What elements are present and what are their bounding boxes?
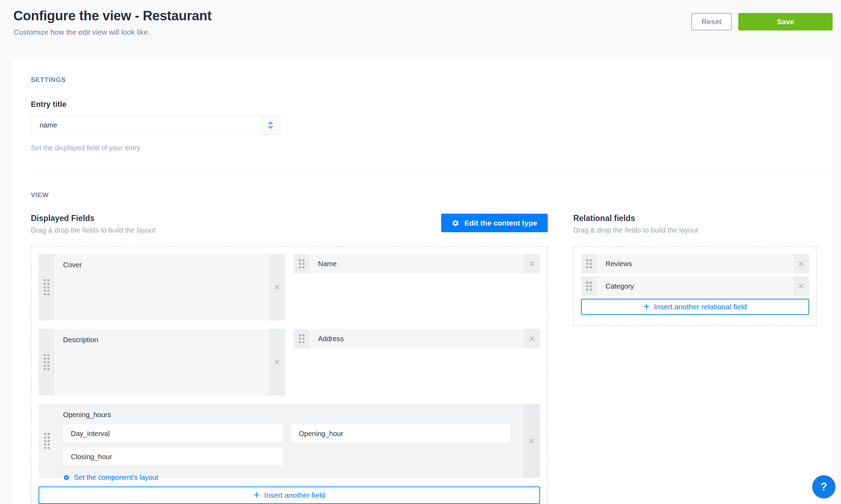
view-columns: Displayed Fields Drag & drop the fields … — [31, 214, 817, 504]
arrow-up-icon — [268, 121, 273, 124]
drag-strip[interactable] — [39, 254, 55, 320]
remove-strip[interactable]: × — [793, 254, 809, 274]
subfield-box-opening-hour[interactable]: Opening_hour — [291, 424, 511, 443]
field-label: Reviews — [606, 260, 632, 268]
close-icon[interactable]: × — [529, 333, 535, 344]
relational-fields-header: Relational fields Drag & drop the fields… — [573, 214, 817, 234]
remove-strip[interactable]: × — [523, 404, 540, 478]
edit-content-type-button[interactable]: Edit the content type — [441, 214, 548, 232]
set-component-layout-link[interactable]: Set the component's layout — [63, 474, 158, 482]
field-content: Reviews — [597, 254, 793, 274]
field-box-address[interactable]: Address × — [294, 329, 540, 348]
select-arrows-icon[interactable] — [260, 116, 280, 134]
field-box-category[interactable]: Category × — [581, 276, 809, 296]
drag-handle-icon[interactable] — [44, 354, 49, 370]
remove-strip[interactable]: × — [269, 329, 285, 395]
drag-handle-icon[interactable] — [299, 259, 305, 268]
insert-another-relational-field-label: Insert another relational field — [654, 303, 747, 311]
save-button[interactable]: Save — [738, 13, 833, 30]
remove-strip[interactable]: × — [793, 276, 809, 296]
settings-section-label: SETTINGS — [31, 76, 817, 84]
field-content: Category — [597, 276, 793, 296]
page-subtitle: Customize how the edit view will look li… — [14, 28, 150, 36]
entry-title-select-value: name — [31, 116, 260, 134]
component-subfields-grid: Day_interval Opening_hour Closing_hour — [63, 424, 511, 466]
close-icon[interactable]: × — [274, 357, 280, 367]
field-content: Cover — [55, 254, 269, 320]
subfield-label: Day_interval — [71, 430, 110, 438]
set-component-layout-label: Set the component's layout — [74, 474, 158, 482]
close-icon[interactable]: × — [529, 258, 535, 269]
drag-handle-icon[interactable] — [586, 282, 592, 291]
close-icon[interactable]: × — [528, 436, 535, 446]
insert-another-field-label: Insert another field — [264, 491, 325, 499]
help-button[interactable]: ? — [812, 475, 835, 498]
component-content: Opening_hours Day_interval Opening_hour … — [55, 404, 523, 478]
edit-content-type-label: Edit the content type — [464, 219, 537, 227]
entry-title-select[interactable]: name — [31, 115, 280, 135]
section-divider — [31, 173, 827, 174]
drag-strip[interactable] — [294, 254, 310, 274]
field-box-description[interactable]: Description × — [39, 329, 285, 395]
gear-icon — [452, 219, 459, 227]
fields-grid: Cover × Name — [39, 254, 540, 504]
drag-handle-icon[interactable] — [44, 433, 50, 449]
remove-strip[interactable]: × — [524, 329, 540, 348]
close-icon[interactable]: × — [798, 258, 804, 269]
relational-fields-heading: Relational fields Drag & drop the fields… — [573, 214, 698, 234]
remove-strip[interactable]: × — [524, 254, 540, 274]
field-content: Name — [310, 254, 524, 274]
relational-fields-title: Relational fields — [573, 214, 698, 223]
component-box-opening-hours[interactable]: Opening_hours Day_interval Opening_hour … — [39, 404, 540, 478]
gear-icon — [63, 474, 70, 481]
arrow-down-icon — [268, 126, 273, 129]
displayed-fields-dropzone: Cover × Name — [31, 246, 548, 504]
reset-button[interactable]: Reset — [691, 13, 732, 30]
close-icon[interactable]: × — [274, 282, 280, 292]
subfield-label: Closing_hour — [71, 453, 112, 461]
field-label: Description — [63, 336, 98, 344]
field-box-reviews[interactable]: Reviews × — [581, 254, 809, 274]
drag-strip[interactable] — [581, 254, 597, 274]
field-content: Address — [310, 329, 524, 348]
drag-handle-icon[interactable] — [586, 259, 592, 268]
insert-another-field-button[interactable]: + Insert another field — [39, 486, 540, 504]
drag-strip[interactable] — [294, 329, 310, 348]
field-box-name[interactable]: Name × — [294, 254, 540, 274]
remove-strip[interactable]: × — [269, 254, 285, 320]
field-content: Description — [55, 329, 269, 395]
drag-handle-icon[interactable] — [299, 334, 305, 343]
field-label: Address — [318, 335, 344, 343]
field-box-cover[interactable]: Cover × — [39, 254, 285, 320]
view-section-label: VIEW — [31, 191, 817, 199]
subfield-label: Opening_hour — [299, 430, 343, 438]
component-label: Opening_hours — [63, 411, 511, 419]
displayed-fields-column: Displayed Fields Drag & drop the fields … — [31, 214, 548, 504]
page-header: Configure the view - Restaurant Customiz… — [0, 0, 841, 58]
entry-title-label: Entry title — [31, 100, 817, 109]
field-label: Category — [606, 282, 634, 290]
entry-title-help: Set the displayed field of your entry — [31, 144, 817, 152]
insert-another-relational-field-button[interactable]: + Insert another relational field — [581, 299, 809, 315]
displayed-fields-heading: Displayed Fields Drag & drop the fields … — [31, 214, 156, 234]
page-title: Configure the view - Restaurant — [13, 8, 212, 23]
displayed-fields-header: Displayed Fields Drag & drop the fields … — [31, 214, 548, 234]
relational-fields-column: Relational fields Drag & drop the fields… — [573, 214, 817, 326]
relational-fields-dropzone: Reviews × Category × — [573, 246, 817, 326]
field-label: Name — [318, 260, 337, 268]
drag-strip[interactable] — [39, 329, 55, 395]
close-icon[interactable]: × — [798, 281, 804, 291]
relational-fields-subtitle: Drag & drop the fields to build the layo… — [573, 226, 698, 234]
subfield-box-closing-hour[interactable]: Closing_hour — [63, 448, 283, 466]
drag-strip[interactable] — [39, 404, 55, 478]
subfield-box-day-interval[interactable]: Day_interval — [63, 424, 283, 443]
displayed-fields-title: Displayed Fields — [31, 214, 156, 223]
configure-view-card: SETTINGS Entry title name Set the displa… — [12, 58, 833, 504]
drag-strip[interactable] — [581, 276, 597, 296]
displayed-fields-subtitle: Drag & drop the fields to build the layo… — [31, 226, 156, 234]
question-mark-icon: ? — [821, 481, 827, 493]
drag-handle-icon[interactable] — [44, 279, 49, 295]
field-label: Cover — [63, 261, 82, 269]
